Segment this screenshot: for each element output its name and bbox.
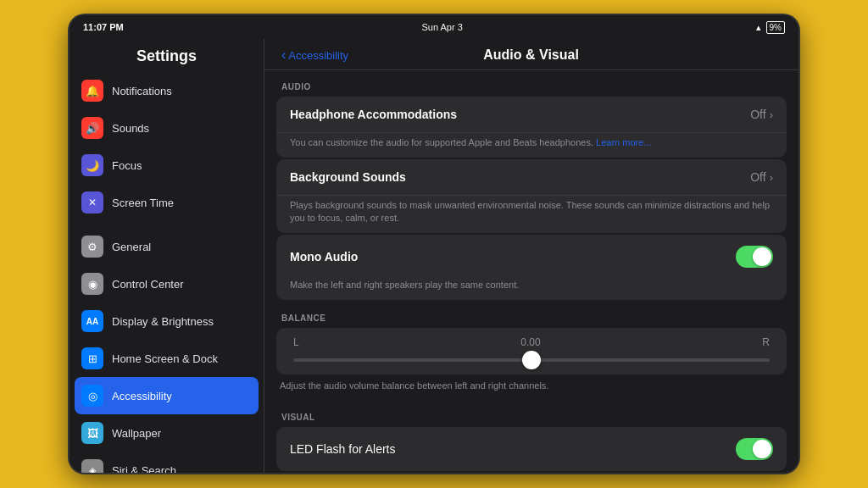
balance-slider[interactable]	[293, 352, 770, 369]
display-icon: AA	[81, 310, 103, 332]
notifications-label: Notifications	[112, 85, 172, 97]
accessibility-label: Accessibility	[112, 390, 172, 402]
led-flash-title: LED Flash for Alerts	[290, 442, 736, 456]
balance-right-label: R	[762, 336, 770, 348]
screen-time-icon: ✕	[81, 191, 103, 214]
home-screen-icon: ⊞	[81, 347, 103, 369]
sidebar-item-screen-time[interactable]: ✕ Screen Time	[70, 184, 264, 221]
sidebar-title: Settings	[70, 39, 264, 72]
mono-audio-toggle-knob	[753, 247, 771, 266]
display-label: Display & Brightness	[112, 315, 214, 328]
balance-section-label: BALANCE	[264, 302, 798, 328]
accessibility-icon: ◎	[81, 385, 103, 407]
focus-icon: 🌙	[81, 154, 103, 176]
background-sounds-card: Background Sounds Off › Plays background…	[276, 159, 787, 233]
siri-icon: ◈	[81, 459, 103, 473]
background-sounds-row[interactable]: Background Sounds Off ›	[276, 159, 787, 196]
background-sounds-value: Off	[750, 170, 765, 184]
status-bar: 11:07 PM Sun Apr 3 ▴ 9%	[70, 15, 798, 39]
mono-audio-card: Mono Audio Make the left and right speak…	[276, 235, 787, 300]
status-right: ▴ 9%	[756, 21, 785, 34]
learn-more-link[interactable]: Learn more...	[596, 137, 651, 147]
background-sounds-chevron-icon: ›	[770, 171, 773, 184]
device: 11:07 PM Sun Apr 3 ▴ 9% Settings 🔔 Notif…	[70, 15, 798, 473]
sounds-icon: 🔊	[81, 117, 103, 139]
back-chevron-icon: ‹	[281, 47, 286, 63]
headphone-value: Off	[750, 108, 765, 121]
balance-content: L 0.00 R	[276, 328, 787, 374]
led-flash-toggle-knob	[753, 440, 771, 458]
panel-header-wrap: ‹ Accessibility Audio & Visual	[281, 47, 782, 63]
sidebar-item-home-screen[interactable]: ⊞ Home Screen & Dock	[70, 340, 264, 377]
back-button[interactable]: ‹ Accessibility	[281, 47, 348, 63]
headphone-description: You can customize the audio for supporte…	[276, 133, 787, 158]
status-date: Sun Apr 3	[421, 22, 462, 32]
notifications-icon: 🔔	[81, 80, 103, 102]
panel-title: Audio & Visual	[483, 47, 579, 62]
screen-time-label: Screen Time	[112, 197, 174, 209]
mono-audio-title: Mono Audio	[290, 250, 736, 263]
back-label: Accessibility	[288, 49, 348, 62]
sidebar-item-focus[interactable]: 🌙 Focus	[70, 147, 264, 184]
sidebar-item-sounds[interactable]: 🔊 Sounds	[70, 109, 264, 147]
main-content: Settings 🔔 Notifications 🔊 Sounds 🌙	[70, 39, 798, 473]
led-flash-card: LED Flash for Alerts	[276, 427, 787, 471]
mono-audio-description: Make the left and right speakers play th…	[276, 279, 787, 300]
sounds-label: Sounds	[112, 122, 149, 135]
background-sounds-description: Plays background sounds to mask unwanted…	[276, 196, 787, 233]
wallpaper-label: Wallpaper	[112, 427, 161, 440]
mono-audio-toggle[interactable]	[736, 246, 773, 268]
sidebar-item-display[interactable]: AA Display & Brightness	[70, 302, 264, 340]
background-sounds-title: Background Sounds	[290, 170, 750, 184]
general-label: General	[112, 241, 151, 253]
headphone-row[interactable]: Headphone Accommodations Off ›	[276, 97, 787, 133]
sidebar-item-accessibility[interactable]: ◎ Accessibility	[75, 377, 259, 414]
battery-indicator: 9%	[766, 21, 785, 34]
wifi-icon: ▴	[756, 22, 761, 33]
panel-header: ‹ Accessibility Audio & Visual	[264, 39, 798, 70]
headphone-card: Headphone Accommodations Off › You can c…	[276, 97, 787, 158]
status-time: 11:07 PM	[83, 22, 124, 32]
balance-value: 0.00	[520, 336, 540, 348]
control-center-label: Control Center	[112, 278, 184, 291]
led-flash-toggle[interactable]	[736, 438, 773, 460]
focus-label: Focus	[112, 159, 142, 172]
balance-description: Adjust the audio volume balance between …	[264, 376, 798, 401]
right-panel: ‹ Accessibility Audio & Visual AUDIO Hea…	[264, 39, 798, 473]
visual-section-label: VISUAL	[264, 401, 798, 427]
siri-label: Siri & Search	[112, 464, 176, 474]
sidebar-item-control-center[interactable]: ◉ Control Center	[70, 265, 264, 302]
slider-thumb	[522, 351, 541, 369]
sidebar-item-siri[interactable]: ◈ Siri & Search	[70, 452, 264, 473]
general-icon: ⚙	[81, 236, 103, 258]
headphone-chevron-icon: ›	[770, 108, 773, 121]
balance-row: L 0.00 R	[290, 336, 773, 348]
led-flash-row[interactable]: LED Flash for Alerts	[276, 427, 787, 471]
home-screen-label: Home Screen & Dock	[112, 352, 218, 365]
sidebar-item-general[interactable]: ⚙ General	[70, 228, 264, 265]
mono-audio-row[interactable]: Mono Audio	[276, 235, 787, 279]
sidebar-item-wallpaper[interactable]: 🖼 Wallpaper	[70, 414, 264, 452]
control-center-icon: ◉	[81, 273, 103, 295]
balance-left-label: L	[293, 336, 299, 348]
audio-section-label: AUDIO	[264, 70, 798, 97]
sidebar-item-notifications[interactable]: 🔔 Notifications	[70, 72, 264, 109]
headphone-title: Headphone Accommodations	[290, 108, 750, 121]
sidebar: Settings 🔔 Notifications 🔊 Sounds 🌙	[70, 39, 264, 473]
balance-card: L 0.00 R	[276, 328, 787, 374]
wallpaper-icon: 🖼	[81, 422, 103, 444]
